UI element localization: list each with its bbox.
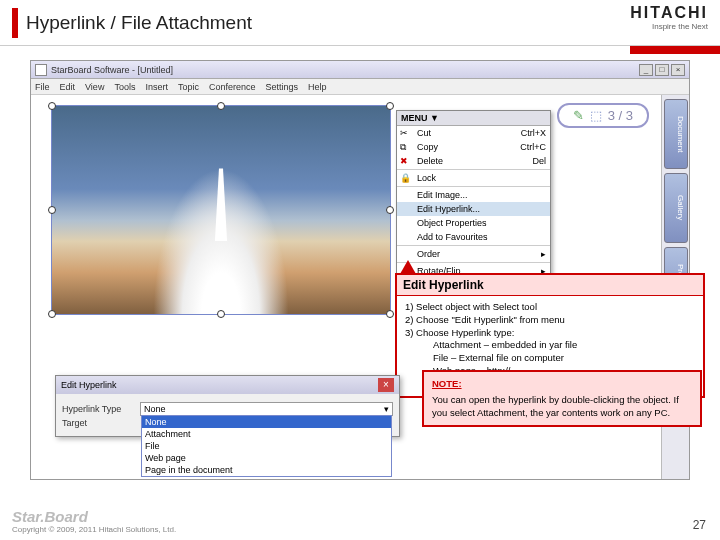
ctx-order[interactable]: Order▸ xyxy=(397,247,550,261)
menu-help[interactable]: Help xyxy=(308,82,327,92)
separator xyxy=(397,262,550,263)
ctx-edit-hyperlink[interactable]: Edit Hyperlink... xyxy=(397,202,550,216)
cut-icon: ✂ xyxy=(400,128,411,139)
resize-handle[interactable] xyxy=(386,310,394,318)
resize-handle[interactable] xyxy=(217,310,225,318)
close-button[interactable]: × xyxy=(671,64,685,76)
type-file: File – External file on computer xyxy=(433,352,695,365)
pencil-icon: ✎ xyxy=(573,108,584,123)
hyperlink-type-select[interactable]: None▾ None Attachment File Web page Page… xyxy=(140,402,393,416)
menu-tools[interactable]: Tools xyxy=(114,82,135,92)
selected-image-object[interactable] xyxy=(51,105,391,315)
ctx-delete[interactable]: ✖DeleteDel xyxy=(397,154,550,168)
menu-insert[interactable]: Insert xyxy=(145,82,168,92)
page-count: 3 / 3 xyxy=(608,108,633,123)
copyright: Copyright © 2009, 2011 Hitachi Solutions… xyxy=(12,525,176,534)
lock-icon: 🔒 xyxy=(400,173,411,184)
resize-handle[interactable] xyxy=(386,102,394,110)
option-attachment[interactable]: Attachment xyxy=(142,428,391,440)
label-hyperlink-type: Hyperlink Type xyxy=(62,404,132,414)
context-menu: MENU ▼ ✂CutCtrl+X ⧉CopyCtrl+C ✖DeleteDel… xyxy=(396,110,551,279)
separator xyxy=(397,169,550,170)
app-titlebar: StarBoard Software - [Untitled] _ □ × xyxy=(31,61,689,79)
brand-logo: HITACHI Inspire the Next xyxy=(630,4,708,31)
option-webpage[interactable]: Web page xyxy=(142,452,391,464)
ctx-lock[interactable]: 🔒Lock xyxy=(397,171,550,185)
dialog-title: Edit Hyperlink xyxy=(61,380,117,390)
slide-title-bar: Hyperlink / File Attachment xyxy=(0,0,720,46)
edit-hyperlink-dialog: Edit Hyperlink × Hyperlink Type None▾ No… xyxy=(55,375,400,437)
option-page[interactable]: Page in the document xyxy=(142,464,391,476)
option-file[interactable]: File xyxy=(142,440,391,452)
accent-bar xyxy=(12,8,18,38)
ctx-add-favourites[interactable]: Add to Favourites xyxy=(397,230,550,244)
side-tab-gallery[interactable]: Gallery xyxy=(664,173,688,243)
step-3: 3) Choose Hyperlink type: xyxy=(405,327,695,340)
resize-handle[interactable] xyxy=(48,102,56,110)
menu-settings[interactable]: Settings xyxy=(265,82,298,92)
app-window-title: StarBoard Software - [Untitled] xyxy=(51,65,173,75)
slide-number: 27 xyxy=(693,518,706,532)
copy-icon: ⧉ xyxy=(400,142,411,153)
menu-topic[interactable]: Topic xyxy=(178,82,199,92)
dialog-close-button[interactable]: × xyxy=(378,378,394,392)
type-attachment: Attachment – embedded in yar file xyxy=(433,339,695,352)
separator xyxy=(397,186,550,187)
chevron-down-icon: ▾ xyxy=(384,404,389,414)
context-menu-header: MENU ▼ xyxy=(397,111,550,126)
footer: Star.Board Copyright © 2009, 2011 Hitach… xyxy=(12,508,176,534)
red-accent-strip xyxy=(630,46,720,54)
page-indicator: ✎ ⬚ 3 / 3 xyxy=(557,103,649,128)
option-none[interactable]: None xyxy=(142,416,391,428)
note-callout: NOTE: You can open the hyperlink by doub… xyxy=(422,370,702,427)
menu-file[interactable]: File xyxy=(35,82,50,92)
resize-handle[interactable] xyxy=(48,206,56,214)
footer-brand: Star.Board xyxy=(12,508,176,525)
maximize-button[interactable]: □ xyxy=(655,64,669,76)
logo-text: HITACHI xyxy=(630,4,708,22)
menu-view[interactable]: View xyxy=(85,82,104,92)
logo-tagline: Inspire the Next xyxy=(630,22,708,31)
dialog-titlebar: Edit Hyperlink × xyxy=(56,376,399,394)
step-1: 1) Select object with Select tool xyxy=(405,301,695,314)
side-tab-document[interactable]: Document xyxy=(664,99,688,169)
resize-handle[interactable] xyxy=(217,102,225,110)
resize-handle[interactable] xyxy=(48,310,56,318)
rocket-image xyxy=(52,106,390,314)
minimize-button[interactable]: _ xyxy=(639,64,653,76)
note-body: You can open the hyperlink by double-cli… xyxy=(432,394,692,420)
ctx-copy[interactable]: ⧉CopyCtrl+C xyxy=(397,140,550,154)
delete-icon: ✖ xyxy=(400,156,411,167)
app-icon xyxy=(35,64,47,76)
step-2: 2) Choose "Edit Hyperlink" from menu xyxy=(405,314,695,327)
callout-arrow-icon xyxy=(400,260,416,274)
slide-title: Hyperlink / File Attachment xyxy=(26,12,252,34)
menu-conference[interactable]: Conference xyxy=(209,82,256,92)
select-value: None xyxy=(144,404,166,414)
page-icon: ⬚ xyxy=(590,108,602,123)
ctx-cut[interactable]: ✂CutCtrl+X xyxy=(397,126,550,140)
resize-handle[interactable] xyxy=(386,206,394,214)
menu-edit[interactable]: Edit xyxy=(60,82,76,92)
app-menubar: File Edit View Tools Insert Topic Confer… xyxy=(31,79,689,95)
separator xyxy=(397,245,550,246)
label-target: Target xyxy=(62,418,132,428)
ctx-edit-image[interactable]: Edit Image... xyxy=(397,188,550,202)
callout-title: Edit Hyperlink xyxy=(397,275,703,296)
note-title: NOTE: xyxy=(432,378,692,391)
select-dropdown: None Attachment File Web page Page in th… xyxy=(141,415,392,477)
ctx-object-properties[interactable]: Object Properties xyxy=(397,216,550,230)
